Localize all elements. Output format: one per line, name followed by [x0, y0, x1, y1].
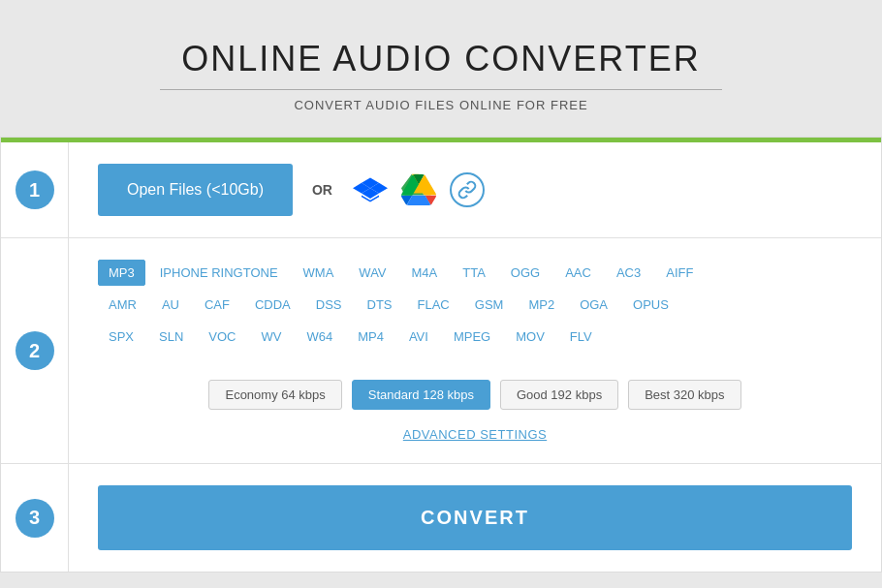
format-btn-gsm[interactable]: GSM — [464, 292, 515, 318]
advanced-settings-link[interactable]: ADVANCED SETTINGS — [98, 427, 852, 442]
step-3-number: 3 — [1, 464, 69, 572]
format-row-3: SPXSLNVOCWVW64MP4AVIMPEGMOVFLV — [98, 324, 852, 350]
format-btn-amr[interactable]: AMR — [98, 292, 147, 318]
format-btn-dss[interactable]: DSS — [305, 292, 353, 318]
page-header: ONLINE AUDIO CONVERTER CONVERT AUDIO FIL… — [0, 19, 882, 122]
format-btn-mp2[interactable]: MP2 — [518, 292, 565, 318]
open-files-button[interactable]: Open Files (<10Gb) — [98, 164, 293, 216]
dropbox-icon[interactable] — [352, 171, 389, 208]
step-1-circle: 1 — [16, 170, 54, 209]
format-btn-avi[interactable]: AVI — [398, 324, 439, 350]
google-drive-icon[interactable] — [400, 171, 437, 208]
link-icon[interactable] — [449, 171, 486, 208]
format-btn-flac[interactable]: FLAC — [407, 292, 460, 318]
step-2-row: 2 MP3IPHONE RINGTONEWMAWAVM4ATTAOGGAACAC… — [1, 238, 881, 464]
format-btn-ac3[interactable]: AC3 — [606, 260, 651, 286]
header-subtitle: CONVERT AUDIO FILES ONLINE FOR FREE — [0, 98, 882, 112]
format-btn-wav[interactable]: WAV — [348, 260, 396, 286]
step-1-content: Open Files (<10Gb) OR — [69, 142, 881, 237]
format-btn-aiff[interactable]: AIFF — [655, 260, 704, 286]
step-1-inner: Open Files (<10Gb) OR — [98, 164, 852, 216]
format-btn-wma[interactable]: WMA — [293, 260, 345, 286]
format-btn-flv[interactable]: FLV — [559, 324, 603, 350]
format-btn-dts[interactable]: DTS — [357, 292, 403, 318]
convert-button[interactable]: CONVERT — [98, 485, 852, 550]
page-title: ONLINE AUDIO CONVERTER — [0, 39, 882, 79]
step-1-row: 1 Open Files (<10Gb) OR — [1, 142, 881, 238]
format-btn-caf[interactable]: CAF — [194, 292, 240, 318]
step-1-number: 1 — [1, 142, 69, 237]
format-btn-mp4[interactable]: MP4 — [347, 324, 394, 350]
format-btn-m4a[interactable]: M4A — [401, 260, 449, 286]
header-divider — [160, 89, 722, 90]
format-btn-sln[interactable]: SLN — [148, 324, 194, 350]
step-3-row: 3 CONVERT — [1, 464, 881, 572]
format-btn-mpeg[interactable]: MPEG — [443, 324, 501, 350]
quality-row: Economy 64 kbpsStandard 128 kbpsGood 192… — [98, 380, 852, 410]
format-grid: MP3IPHONE RINGTONEWMAWAVM4ATTAOGGAACAC3A… — [98, 260, 852, 356]
format-btn-mov[interactable]: MOV — [505, 324, 555, 350]
format-btn-au[interactable]: AU — [151, 292, 190, 318]
format-row-2: AMRAUCAFCDDADSSDTSFLACGSMMP2OGAOPUS — [98, 292, 852, 318]
step-2-circle: 2 — [16, 331, 54, 370]
step-3-content: CONVERT — [69, 464, 881, 572]
format-btn-ogg[interactable]: OGG — [500, 260, 551, 286]
format-btn-cdda[interactable]: CDDA — [244, 292, 301, 318]
format-btn-tta[interactable]: TTA — [452, 260, 496, 286]
format-btn-oga[interactable]: OGA — [569, 292, 618, 318]
or-text: OR — [312, 182, 332, 198]
format-row-1: MP3IPHONE RINGTONEWMAWAVM4ATTAOGGAACAC3A… — [98, 260, 852, 286]
quality-btn-economy-64-kbps[interactable]: Economy 64 kbps — [208, 380, 341, 410]
format-btn-w64[interactable]: W64 — [296, 324, 343, 350]
step-2-content: MP3IPHONE RINGTONEWMAWAVM4ATTAOGGAACAC3A… — [69, 238, 881, 463]
format-btn-voc[interactable]: VOC — [198, 324, 246, 350]
page-wrapper: ONLINE AUDIO CONVERTER CONVERT AUDIO FIL… — [0, 19, 882, 587]
quality-btn-best-320-kbps[interactable]: Best 320 kbps — [628, 380, 740, 410]
format-btn-opus[interactable]: OPUS — [622, 292, 679, 318]
cloud-icons-group — [352, 171, 486, 208]
quality-btn-standard-128-kbps[interactable]: Standard 128 kbps — [352, 380, 490, 410]
format-btn-spx[interactable]: SPX — [98, 324, 144, 350]
format-btn-mp3[interactable]: MP3 — [98, 260, 145, 286]
main-container: 1 Open Files (<10Gb) OR — [0, 137, 882, 573]
step-2-number: 2 — [1, 238, 69, 463]
format-btn-wv[interactable]: WV — [250, 324, 292, 350]
format-btn-iphone-ringtone[interactable]: IPHONE RINGTONE — [149, 260, 289, 286]
quality-btn-good-192-kbps[interactable]: Good 192 kbps — [500, 380, 618, 410]
format-btn-aac[interactable]: AAC — [554, 260, 602, 286]
step-3-circle: 3 — [16, 499, 54, 538]
